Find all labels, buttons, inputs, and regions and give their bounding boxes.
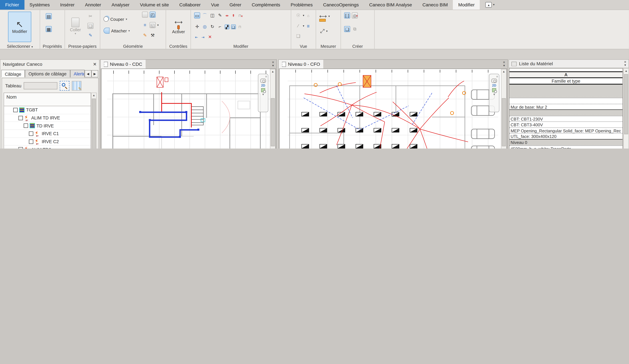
- material-group-row[interactable]: Niveau 0: [509, 139, 623, 145]
- menu-item-g-rer[interactable]: Gérer: [224, 0, 247, 10]
- cope-icon[interactable]: [142, 12, 148, 18]
- tab-alerte[interactable]: Alerte: [70, 70, 84, 77]
- tab-scroll-left[interactable]: ◀: [84, 70, 91, 77]
- viewport-tab-cdc[interactable]: Niveau 0 - CDC: [101, 60, 145, 69]
- checkbox[interactable]: [24, 123, 28, 128]
- navigation-bar[interactable]: ⊗ 2D ▼: [258, 74, 268, 112]
- schema-icon[interactable]: ⧉: [352, 26, 358, 32]
- viewport-vscroll-cfo[interactable]: ▲ ▼: [501, 69, 506, 148]
- modify-tool-button[interactable]: ↖ Modifier: [8, 12, 31, 42]
- drawing-canvas-cfo[interactable]: Internal origin (0,0,0) ⊗ 2D ▼ ▲ ▼: [279, 69, 507, 148]
- pin-lock-icon[interactable]: ⊓: [237, 24, 242, 29]
- material-item-row[interactable]: MEP Opening_Rectangular Solid_face: MEP …: [509, 127, 623, 133]
- material-item-row[interactable]: UTL_face: 300x400x120: [509, 133, 623, 139]
- panel-menu-icon[interactable]: ≡▾: [624, 61, 626, 67]
- ribbon-display-toggle[interactable]: ▴ ▾: [482, 0, 498, 10]
- tree-item-alim-td-irve[interactable]: BTALIM TD IRVE: [4, 114, 91, 122]
- 2d-wheel-label[interactable]: 2D: [261, 84, 265, 87]
- match-type-icon[interactable]: ✎: [87, 32, 94, 38]
- tree-column-header[interactable]: Nom: [3, 93, 91, 106]
- cut-to-clipboard-icon[interactable]: ✂: [87, 13, 94, 19]
- zoom-region-icon[interactable]: [492, 88, 496, 92]
- search-button[interactable]: [60, 81, 70, 91]
- menu-item-vue[interactable]: Vue: [206, 0, 224, 10]
- famille-type-header[interactable]: Famille et type: [509, 78, 623, 85]
- material-list-titlebar[interactable]: Liste du Matériel ≡▾: [509, 59, 629, 68]
- override-graphics-icon[interactable]: ≣: [306, 23, 311, 28]
- menu-item-collaborer[interactable]: Collaborer: [174, 0, 206, 10]
- scroll-up-icon[interactable]: ▲: [502, 69, 505, 74]
- angle-measure-icon[interactable]: ⤢: [320, 28, 324, 34]
- chevron-down-icon[interactable]: ▼: [262, 93, 265, 96]
- steering-wheel-icon[interactable]: [260, 79, 266, 83]
- tree-item-td-irve[interactable]: TD IRVE: [4, 122, 91, 130]
- navigation-bar[interactable]: ⊗ 2D ▼: [489, 74, 499, 112]
- scroll-up-icon[interactable]: ▲: [271, 69, 274, 74]
- menu-item-ins-rer[interactable]: Insérer: [55, 0, 80, 10]
- array-icon[interactable]: ▞: [225, 24, 229, 29]
- checkbox[interactable]: [18, 116, 23, 120]
- menu-item-annoter[interactable]: Annoter: [80, 0, 106, 10]
- move-icon[interactable]: ✛: [194, 24, 200, 30]
- menu-item-probl-mes[interactable]: Problèmes: [285, 0, 318, 10]
- split-icon[interactable]: ⇞: [231, 13, 236, 18]
- scale-icon[interactable]: ❏: [231, 24, 236, 29]
- join-geometry-button[interactable]: Attacher▾: [104, 28, 130, 34]
- material-item-row[interactable]: CBT: CBT3-400V: [509, 121, 623, 127]
- menu-item-syst-mes[interactable]: Systèmes: [24, 0, 55, 10]
- menu-item-volume-et-site[interactable]: Volume et site: [135, 0, 174, 10]
- copy-icon[interactable]: ◎: [202, 24, 208, 30]
- align-left-icon[interactable]: ⇤: [194, 35, 199, 39]
- mirror-axis-icon[interactable]: ◫: [209, 12, 215, 18]
- rotate-icon[interactable]: ↻: [209, 24, 215, 30]
- scroll-up-icon[interactable]: ▲: [625, 69, 628, 73]
- linework-icon[interactable]: ∕: [295, 23, 301, 29]
- tree-item-irve-c2[interactable]: BTIRVE C2: [4, 138, 91, 146]
- material-item-row[interactable]: 4500mm_b_c_white: TraceParts: [509, 145, 623, 148]
- material-item-row[interactable]: Mur de base: Mur 2: [509, 104, 623, 110]
- viewport-menu-cdc[interactable]: ≡▾: [270, 60, 276, 69]
- paste-button[interactable]: Coller ▾: [67, 12, 84, 41]
- beam-cutback-icon[interactable]: ≡: [142, 22, 148, 28]
- hide-category-icon[interactable]: ⌂: [306, 13, 311, 18]
- close-icon[interactable]: ⊗: [496, 75, 498, 78]
- tree-item-alim-td6[interactable]: BTALIM TD6: [4, 146, 91, 148]
- menu-item-canecoopenings[interactable]: CanecoOpenings: [318, 0, 364, 10]
- material-vscroll[interactable]: ▲ ▼: [623, 68, 629, 149]
- material-group-row[interactable]: [509, 110, 623, 116]
- steering-wheel-icon[interactable]: [491, 79, 497, 83]
- cut-geometry-button[interactable]: Couper▾: [104, 16, 127, 22]
- caneco-navigator-titlebar[interactable]: Navigateur Caneco ✕: [0, 60, 99, 69]
- menu-item-analyser[interactable]: Analyser: [106, 0, 135, 10]
- properties-icon[interactable]: ▤: [46, 13, 52, 19]
- tab-cablage[interactable]: Câblage: [1, 70, 25, 77]
- material-item-row[interactable]: CBT: CBT1-230V: [509, 116, 623, 121]
- copy-to-clipboard-icon[interactable]: ❏: [87, 23, 94, 29]
- tab-scroll-right[interactable]: ▶: [91, 70, 98, 77]
- create-assembly-icon[interactable]: ❏: [344, 26, 350, 32]
- viewport-vscroll-cdc[interactable]: ▲ ▼: [270, 69, 276, 148]
- create-similar-icon[interactable]: ◍: [352, 12, 358, 18]
- checkbox[interactable]: [18, 147, 23, 148]
- menu-item-caneco-bim-analyse[interactable]: Caneco BIM Analyse: [364, 0, 417, 10]
- mirror-draw-icon[interactable]: ✎: [217, 12, 223, 18]
- checkbox[interactable]: [13, 108, 18, 112]
- lightbulb-icon[interactable]: ☉: [295, 12, 301, 18]
- chevron-down-icon[interactable]: ▼: [493, 93, 495, 96]
- activate-controls-button[interactable]: ⟷ Activer: [169, 13, 188, 40]
- edit-table-button[interactable]: [72, 81, 82, 91]
- menu-item-fichier[interactable]: Fichier: [0, 0, 24, 10]
- checkbox[interactable]: [29, 139, 33, 144]
- checkbox[interactable]: [29, 131, 33, 136]
- scroll-up-icon[interactable]: ▲: [93, 93, 95, 98]
- tree-item-irve-c1[interactable]: BTIRVE C1: [4, 130, 91, 138]
- paint-icon[interactable]: ✎: [142, 32, 148, 38]
- material-item-row[interactable]: [509, 98, 623, 104]
- viewport-tab-cfo[interactable]: Niveau 0 - CFO: [279, 60, 323, 69]
- drawing-canvas-cdc[interactable]: ⊗ 2D ▼ ▲ ▼: [101, 69, 276, 148]
- hide-element-icon[interactable]: ❑: [295, 33, 301, 39]
- wall-opening-icon[interactable]: ◰: [150, 12, 156, 18]
- tableau-input[interactable]: [24, 82, 57, 89]
- zoom-region-icon[interactable]: [261, 88, 265, 92]
- tab-options-cablage[interactable]: Options de câblage: [25, 70, 70, 77]
